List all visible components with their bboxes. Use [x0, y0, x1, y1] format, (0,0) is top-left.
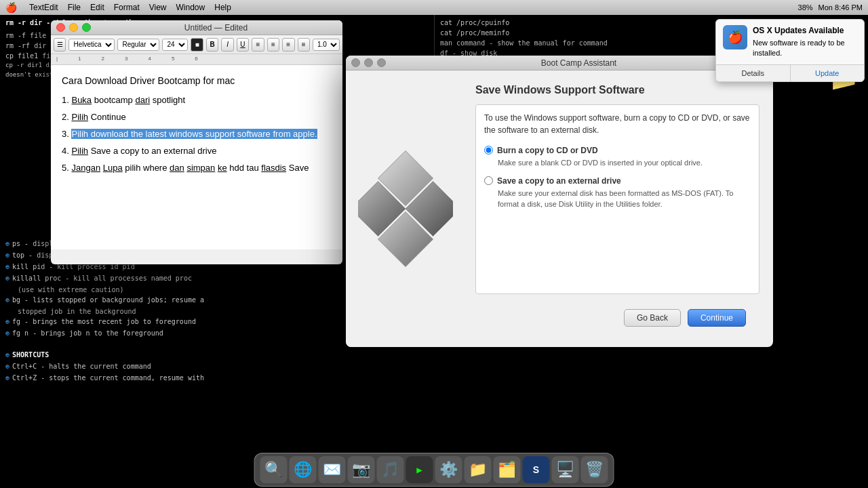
notif-text: OS X Updates Available New software is r…	[753, 25, 857, 59]
menu-help[interactable]: Help	[214, 3, 231, 12]
dock: 🔍 🌐 ✉️ 📷 🎵 ▶ ⚙️ 📁 🗂️ S 🖥️ 🗑️	[254, 453, 614, 487]
menu-edit[interactable]: Edit	[90, 3, 104, 12]
notif-icon: 🍎	[723, 25, 747, 49]
dock-app3[interactable]: 🖥️	[552, 456, 579, 483]
textedit-title: Untitled — Edited	[95, 23, 337, 33]
option2-desc: Make sure your external disk has been fo…	[498, 188, 751, 209]
dialog-description: To use the Windows support software, bur…	[484, 112, 751, 136]
clock: Mon 8:46 PM	[818, 3, 863, 12]
ruler: |123456	[51, 54, 342, 65]
dock-settings[interactable]: ⚙️	[435, 456, 462, 483]
menu-window[interactable]: Window	[176, 3, 205, 12]
list-item-3: 3. Pilih download the latest windows sup…	[62, 127, 332, 142]
align-left-btn[interactable]: ≡	[252, 38, 264, 52]
bootcamp-window-title: Boot Camp Assistant	[390, 58, 768, 68]
bold-btn[interactable]: B	[206, 38, 218, 52]
textedit-titlebar: Untitled — Edited	[51, 20, 342, 35]
dock-terminal[interactable]: ▶	[406, 456, 433, 483]
color-btn[interactable]: ■	[191, 38, 203, 52]
go-back-button[interactable]: Go Back	[624, 309, 681, 327]
radio-burn-cd[interactable]	[484, 146, 493, 155]
align-right-btn[interactable]: ≡	[282, 38, 294, 52]
dialog-minimize[interactable]	[364, 58, 373, 67]
toolbar-list-btn[interactable]: ☰	[54, 38, 66, 52]
bootcamp-content: Save Windows Support Software To use the…	[465, 70, 773, 347]
dock-trash[interactable]: 🗑️	[581, 456, 608, 483]
font-select[interactable]: Helvetica	[68, 39, 115, 51]
bootcamp-body: Save Windows Support Software To use the…	[346, 70, 773, 347]
document-title: Cara Download Driver Bootcamp for mac	[62, 73, 332, 88]
menubar: 🍎 TextEdit File Edit Format View Window …	[0, 0, 868, 15]
dialog-maximize[interactable]	[377, 58, 386, 67]
align-justify-btn[interactable]: ≡	[298, 38, 310, 52]
menu-format[interactable]: Format	[114, 3, 140, 12]
size-select[interactable]: 24	[162, 39, 188, 51]
textedit-content[interactable]: Cara Download Driver Bootcamp for mac 1.…	[51, 65, 342, 249]
notif-title: OS X Updates Available	[753, 25, 857, 37]
dialog-description-box: To use the Windows support software, bur…	[475, 104, 760, 294]
dock-photos[interactable]: 📷	[348, 456, 375, 483]
dock-app2[interactable]: S	[523, 456, 550, 483]
option-burn-cd[interactable]: Burn a copy to CD or DVD Make sure a bla…	[484, 144, 751, 168]
notification-popup: 🍎 OS X Updates Available New software is…	[715, 19, 865, 82]
spacing-select[interactable]: 1.0	[313, 39, 340, 51]
dialog-close[interactable]	[351, 58, 360, 67]
notif-body-text: New software is ready to be installed.	[753, 38, 857, 59]
option2-label: Save a copy to an external drive	[497, 175, 621, 187]
maximize-button[interactable]	[82, 23, 91, 32]
list-item-5: 5. Jangan Lupa pilih where dan simpan ke…	[62, 161, 332, 176]
notif-body: 🍎 OS X Updates Available New software is…	[716, 20, 864, 64]
notif-update-button[interactable]: Update	[791, 65, 865, 81]
underline-btn[interactable]: U	[237, 38, 249, 52]
list-item-4: 4. Pilih Save a copy to an external driv…	[62, 144, 332, 159]
apple-menu[interactable]: 🍎	[5, 2, 17, 13]
radio-external-drive[interactable]	[484, 176, 493, 185]
menu-view[interactable]: View	[149, 3, 167, 12]
dock-folder[interactable]: 📁	[465, 456, 492, 483]
list-item-1: 1. Buka bootcamp dari spotlight	[62, 94, 332, 108]
continue-button[interactable]: Continue	[688, 309, 746, 327]
dock-app1[interactable]: 🗂️	[494, 456, 521, 483]
dock-browser[interactable]: 🌐	[290, 456, 317, 483]
textedit-toolbar: ☰ Helvetica Regular 24 ■ B I U ≡ ≡ ≡ ≡ 1…	[51, 35, 342, 54]
option1-desc: Make sure a blank CD or DVD is inserted …	[498, 158, 751, 168]
dialog-heading: Save Windows Support Software	[475, 84, 760, 96]
option1-label: Burn a copy to CD or DVD	[497, 144, 598, 157]
dock-finder[interactable]: 🔍	[260, 456, 288, 483]
dock-mail[interactable]: ✉️	[319, 456, 346, 483]
notif-details-button[interactable]: Details	[716, 65, 791, 81]
dock-itunes[interactable]: 🎵	[377, 456, 404, 483]
battery-indicator: 38%	[798, 3, 813, 12]
align-center-btn[interactable]: ≡	[267, 38, 279, 52]
bootcamp-logo-area	[346, 70, 465, 347]
menubar-right: 38% Mon 8:46 PM	[798, 3, 863, 12]
menu-textedit[interactable]: TextEdit	[29, 3, 58, 12]
minimize-button[interactable]	[69, 23, 78, 32]
textedit-window: Untitled — Edited ☰ Helvetica Regular 24…	[51, 20, 342, 264]
close-button[interactable]	[56, 23, 65, 32]
style-select[interactable]: Regular	[117, 39, 159, 51]
bootcamp-titlebar: Boot Camp Assistant	[346, 56, 773, 70]
italic-btn[interactable]: I	[221, 38, 233, 52]
list-item-2: 2. Pilih Continue	[62, 110, 332, 125]
dialog-buttons: Go Back Continue	[475, 302, 760, 336]
menu-file[interactable]: File	[68, 3, 81, 12]
bootcamp-dialog: Boot Camp Assistant	[346, 56, 773, 347]
notif-buttons: Details Update	[716, 64, 864, 81]
option-external-drive[interactable]: Save a copy to an external drive Make su…	[484, 175, 751, 209]
bootcamp-logo-svg	[358, 148, 453, 270]
